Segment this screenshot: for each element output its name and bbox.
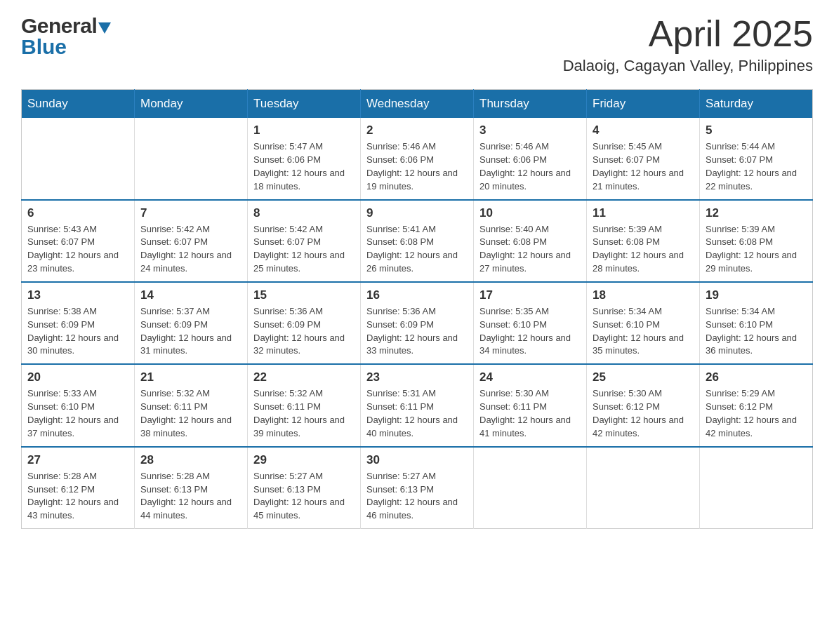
- calendar-cell: 12Sunrise: 5:39 AM Sunset: 6:08 PM Dayli…: [700, 200, 813, 282]
- day-info: Sunrise: 5:27 AM Sunset: 6:13 PM Dayligh…: [253, 470, 355, 523]
- day-info: Sunrise: 5:47 AM Sunset: 6:06 PM Dayligh…: [253, 140, 355, 193]
- day-number: 4: [593, 123, 694, 137]
- calendar-cell: 25Sunrise: 5:30 AM Sunset: 6:12 PM Dayli…: [587, 364, 700, 446]
- day-number: 10: [479, 206, 581, 220]
- day-info: Sunrise: 5:36 AM Sunset: 6:09 PM Dayligh…: [253, 305, 355, 358]
- day-number: 13: [27, 288, 128, 302]
- day-number: 1: [253, 123, 355, 137]
- day-number: 26: [706, 370, 807, 384]
- day-number: 17: [479, 288, 581, 302]
- day-info: Sunrise: 5:38 AM Sunset: 6:09 PM Dayligh…: [27, 305, 128, 358]
- title-section: April 2025 Dalaoig, Cagayan Valley, Phil…: [563, 14, 813, 75]
- calendar-cell: 28Sunrise: 5:28 AM Sunset: 6:13 PM Dayli…: [135, 447, 248, 529]
- day-info: Sunrise: 5:41 AM Sunset: 6:08 PM Dayligh…: [366, 223, 468, 276]
- day-number: 9: [366, 206, 468, 220]
- day-number: 25: [593, 370, 694, 384]
- day-info: Sunrise: 5:36 AM Sunset: 6:09 PM Dayligh…: [366, 305, 468, 358]
- day-info: Sunrise: 5:28 AM Sunset: 6:12 PM Dayligh…: [27, 470, 128, 523]
- day-info: Sunrise: 5:42 AM Sunset: 6:07 PM Dayligh…: [140, 223, 241, 276]
- calendar-cell: 9Sunrise: 5:41 AM Sunset: 6:08 PM Daylig…: [361, 200, 474, 282]
- day-number: 2: [366, 123, 468, 137]
- day-number: 11: [593, 206, 694, 220]
- calendar-cell: 1Sunrise: 5:47 AM Sunset: 6:06 PM Daylig…: [248, 118, 361, 199]
- calendar-cell: [474, 447, 587, 529]
- day-info: Sunrise: 5:30 AM Sunset: 6:11 PM Dayligh…: [479, 387, 581, 440]
- day-number: 29: [253, 453, 355, 467]
- calendar-week-row: 6Sunrise: 5:43 AM Sunset: 6:07 PM Daylig…: [22, 200, 813, 282]
- calendar-cell: 15Sunrise: 5:36 AM Sunset: 6:09 PM Dayli…: [248, 282, 361, 364]
- calendar-cell: [135, 118, 248, 199]
- calendar-cell: [700, 447, 813, 529]
- day-number: 12: [706, 206, 807, 220]
- weekday-header-saturday: Saturday: [700, 90, 813, 119]
- calendar-cell: 3Sunrise: 5:46 AM Sunset: 6:06 PM Daylig…: [474, 118, 587, 199]
- calendar-cell: [22, 118, 135, 199]
- calendar-cell: 14Sunrise: 5:37 AM Sunset: 6:09 PM Dayli…: [135, 282, 248, 364]
- calendar-cell: 29Sunrise: 5:27 AM Sunset: 6:13 PM Dayli…: [248, 447, 361, 529]
- day-info: Sunrise: 5:46 AM Sunset: 6:06 PM Dayligh…: [366, 140, 468, 193]
- day-number: 8: [253, 206, 355, 220]
- weekday-header-monday: Monday: [135, 90, 248, 119]
- day-number: 14: [140, 288, 241, 302]
- day-number: 30: [366, 453, 468, 467]
- day-number: 24: [479, 370, 581, 384]
- day-info: Sunrise: 5:31 AM Sunset: 6:11 PM Dayligh…: [366, 387, 468, 440]
- calendar-cell: 26Sunrise: 5:29 AM Sunset: 6:12 PM Dayli…: [700, 364, 813, 446]
- day-info: Sunrise: 5:33 AM Sunset: 6:10 PM Dayligh…: [27, 387, 128, 440]
- day-number: 27: [27, 453, 128, 467]
- weekday-header-friday: Friday: [587, 90, 700, 119]
- day-info: Sunrise: 5:32 AM Sunset: 6:11 PM Dayligh…: [140, 387, 241, 440]
- day-number: 15: [253, 288, 355, 302]
- calendar-cell: 4Sunrise: 5:45 AM Sunset: 6:07 PM Daylig…: [587, 118, 700, 199]
- weekday-header-thursday: Thursday: [474, 90, 587, 119]
- calendar-week-row: 27Sunrise: 5:28 AM Sunset: 6:12 PM Dayli…: [22, 447, 813, 529]
- day-info: Sunrise: 5:43 AM Sunset: 6:07 PM Dayligh…: [27, 223, 128, 276]
- day-info: Sunrise: 5:29 AM Sunset: 6:12 PM Dayligh…: [706, 387, 807, 440]
- calendar-cell: 20Sunrise: 5:33 AM Sunset: 6:10 PM Dayli…: [22, 364, 135, 446]
- logo-triangle-icon: [98, 22, 111, 34]
- day-info: Sunrise: 5:32 AM Sunset: 6:11 PM Dayligh…: [253, 387, 355, 440]
- day-number: 6: [27, 206, 128, 220]
- calendar-cell: 23Sunrise: 5:31 AM Sunset: 6:11 PM Dayli…: [361, 364, 474, 446]
- month-title: April 2025: [563, 14, 813, 54]
- logo-general-text: General: [21, 14, 97, 38]
- day-info: Sunrise: 5:42 AM Sunset: 6:07 PM Dayligh…: [253, 223, 355, 276]
- calendar-cell: 13Sunrise: 5:38 AM Sunset: 6:09 PM Dayli…: [22, 282, 135, 364]
- day-info: Sunrise: 5:44 AM Sunset: 6:07 PM Dayligh…: [706, 140, 807, 193]
- calendar-cell: [587, 447, 700, 529]
- day-number: 3: [479, 123, 581, 137]
- day-number: 19: [706, 288, 807, 302]
- calendar-cell: 10Sunrise: 5:40 AM Sunset: 6:08 PM Dayli…: [474, 200, 587, 282]
- page-header: General Blue April 2025 Dalaoig, Cagayan…: [21, 14, 813, 75]
- day-number: 22: [253, 370, 355, 384]
- calendar-cell: 16Sunrise: 5:36 AM Sunset: 6:09 PM Dayli…: [361, 282, 474, 364]
- day-info: Sunrise: 5:34 AM Sunset: 6:10 PM Dayligh…: [706, 305, 807, 358]
- calendar-cell: 11Sunrise: 5:39 AM Sunset: 6:08 PM Dayli…: [587, 200, 700, 282]
- day-number: 7: [140, 206, 241, 220]
- day-info: Sunrise: 5:45 AM Sunset: 6:07 PM Dayligh…: [593, 140, 694, 193]
- calendar-cell: 5Sunrise: 5:44 AM Sunset: 6:07 PM Daylig…: [700, 118, 813, 199]
- day-info: Sunrise: 5:46 AM Sunset: 6:06 PM Dayligh…: [479, 140, 581, 193]
- day-info: Sunrise: 5:39 AM Sunset: 6:08 PM Dayligh…: [706, 223, 807, 276]
- day-info: Sunrise: 5:35 AM Sunset: 6:10 PM Dayligh…: [479, 305, 581, 358]
- logo-blue-text: Blue: [21, 35, 67, 59]
- calendar-week-row: 1Sunrise: 5:47 AM Sunset: 6:06 PM Daylig…: [22, 118, 813, 199]
- calendar-cell: 7Sunrise: 5:42 AM Sunset: 6:07 PM Daylig…: [135, 200, 248, 282]
- calendar-cell: 6Sunrise: 5:43 AM Sunset: 6:07 PM Daylig…: [22, 200, 135, 282]
- day-info: Sunrise: 5:34 AM Sunset: 6:10 PM Dayligh…: [593, 305, 694, 358]
- weekday-header-wednesday: Wednesday: [361, 90, 474, 119]
- weekday-header-tuesday: Tuesday: [248, 90, 361, 119]
- calendar-cell: 18Sunrise: 5:34 AM Sunset: 6:10 PM Dayli…: [587, 282, 700, 364]
- day-info: Sunrise: 5:40 AM Sunset: 6:08 PM Dayligh…: [479, 223, 581, 276]
- calendar-week-row: 20Sunrise: 5:33 AM Sunset: 6:10 PM Dayli…: [22, 364, 813, 446]
- calendar-cell: 8Sunrise: 5:42 AM Sunset: 6:07 PM Daylig…: [248, 200, 361, 282]
- calendar-week-row: 13Sunrise: 5:38 AM Sunset: 6:09 PM Dayli…: [22, 282, 813, 364]
- day-info: Sunrise: 5:39 AM Sunset: 6:08 PM Dayligh…: [593, 223, 694, 276]
- calendar-cell: 30Sunrise: 5:27 AM Sunset: 6:13 PM Dayli…: [361, 447, 474, 529]
- calendar-table: SundayMondayTuesdayWednesdayThursdayFrid…: [21, 89, 813, 529]
- logo: General Blue: [21, 14, 111, 59]
- day-number: 23: [366, 370, 468, 384]
- day-number: 28: [140, 453, 241, 467]
- calendar-cell: 27Sunrise: 5:28 AM Sunset: 6:12 PM Dayli…: [22, 447, 135, 529]
- day-number: 16: [366, 288, 468, 302]
